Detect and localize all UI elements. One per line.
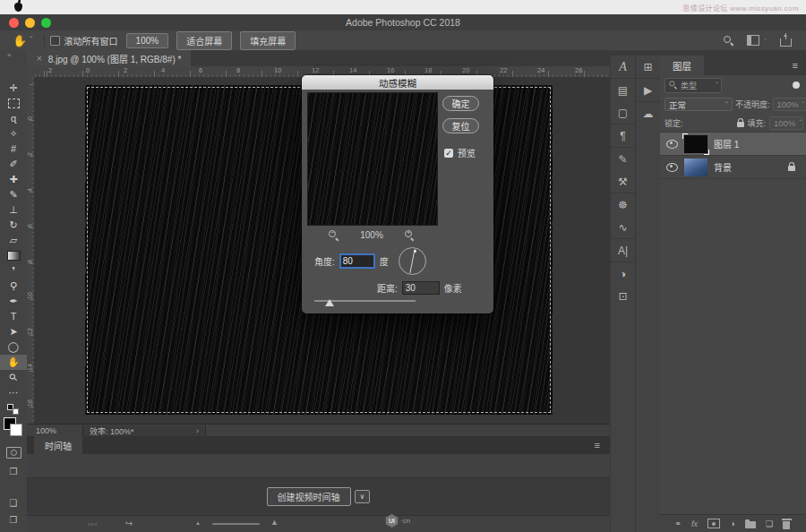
actions-panel-icon[interactable]: ▶ [636,79,660,102]
preview-checkbox[interactable]: ✓ [444,149,453,158]
document-tab[interactable]: × 8.jpg @ 100% (图层 1, RGB/8#) * [27,50,191,66]
fit-screen-button[interactable]: 适合屏幕 [176,31,232,50]
brush-tool[interactable]: ✎ [0,187,27,202]
clone-stamp-tool[interactable]: ⊥ [0,202,27,218]
angle-input[interactable] [339,253,375,269]
status-info-box[interactable]: 效率: 100%* › [82,425,206,437]
paragraph-panel-icon[interactable]: ¶ [611,124,635,148]
color-panel-icon[interactable]: ☸ [611,193,635,216]
spot-healing-brush-tool[interactable]: ✚ [0,172,27,187]
screen-mode-full-icon[interactable]: ❒ [10,515,18,525]
timeline-zoom-slider[interactable] [212,523,260,525]
toolbar-expand-icon[interactable]: » [0,50,11,61]
paths-panel-icon[interactable]: ∿ [611,216,635,239]
ok-button[interactable]: 确定 [442,96,479,111]
ellipse-tool[interactable]: ◯ [0,339,27,355]
link-layers-icon[interactable]: ⚭ [674,519,682,528]
close-document-icon[interactable]: × [37,54,42,64]
lock-all-icon[interactable] [737,122,744,127]
hand-tool-icon[interactable]: ✋ [13,34,27,47]
background-color-swatch[interactable] [10,424,22,436]
hand-tool[interactable]: ✋ [0,355,27,370]
opacity-dropdown[interactable]: 100% [773,98,806,111]
layer-filter-toggle[interactable] [793,82,800,89]
history-brush-tool[interactable]: ↻ [0,218,27,233]
dialog-title[interactable]: 动感模糊 [302,75,493,90]
color-swatches[interactable] [0,417,27,439]
dodge-tool[interactable]: ⚲ [0,279,27,294]
styles-panel-icon[interactable]: ⊡ [611,285,635,307]
layers-tab[interactable]: 图层 [660,56,704,75]
blend-mode-dropdown[interactable]: 正常 [665,98,733,111]
properties-panel-icon[interactable]: ⊞ [636,56,660,79]
slider-thumb[interactable] [325,299,334,306]
timeline-zoom-out-icon[interactable]: ▲ [195,520,201,526]
angle-dial[interactable] [399,247,426,275]
libraries-panel-icon[interactable]: ▢ [611,101,635,124]
swatches-panel-icon[interactable]: ▤ [611,79,635,101]
share-image-icon[interactable] [780,39,792,47]
blur-tool[interactable]: ❜ [0,263,27,279]
timeline-menu-icon[interactable]: ≡ [595,440,600,450]
workspace-switcher-icon[interactable] [747,35,759,46]
背景[interactable]: 背景 [660,156,806,179]
pen-tool[interactable]: ✒ [0,294,27,309]
move-tool[interactable]: ✛ [0,81,27,96]
gradient-tool[interactable] [0,248,27,263]
frames-toggle-icon[interactable]: ▫▫▫ [88,520,99,528]
delete-layer-icon[interactable] [783,521,790,529]
new-layer-icon[interactable]: ❏ [766,519,774,528]
edit-toolbar-button[interactable]: ⋯ [0,385,27,400]
status-zoom-field[interactable]: 100% [36,426,82,435]
character-panel-icon[interactable]: A| [611,239,635,262]
layer-thumbnail[interactable] [684,135,707,153]
lasso-tool[interactable]: ɋ [0,111,27,126]
search-icon[interactable] [724,36,733,46]
timeline-tab[interactable]: 时间轴 [34,436,82,454]
new-adjustment-layer-icon[interactable]: ◑ [730,519,735,528]
swap-colors-icon[interactable] [0,403,27,415]
render-video-icon[interactable]: ↪ [125,519,133,528]
screen-mode-option-icon[interactable]: ❑ [10,498,18,508]
fill-screen-button[interactable]: 填充屏幕 [240,31,296,50]
creative-cloud-icon[interactable]: ☁ [636,102,660,124]
create-timeline-chevron-icon[interactable]: ∨ [355,490,371,503]
screen-mode-button[interactable]: ❐ [10,467,18,476]
tool-presets-panel-icon[interactable]: ⚒ [611,170,635,193]
layer-thumbnail[interactable] [684,159,707,176]
scroll-all-windows-checkbox[interactable] [50,36,60,46]
crop-tool[interactable]: # [0,142,27,157]
distance-slider[interactable] [314,296,416,306]
layer-visibility-eye-icon[interactable] [666,163,678,172]
workspace-chevron-icon[interactable]: ˇ [764,37,767,45]
timeline-zoom-in-icon[interactable]: ▲ [270,518,279,527]
path-selection-tool[interactable]: ➤ [0,324,27,339]
eraser-tool[interactable]: ▱ [0,233,27,248]
quick-selection-tool[interactable]: ✧ [0,126,27,142]
status-chevron-icon[interactable]: › [196,426,199,435]
brush-settings-panel-icon[interactable]: ✎ [611,148,635,170]
blur-preview[interactable] [307,92,438,226]
reset-button[interactable]: 复位 [442,118,479,133]
preview-zoom-in-icon[interactable]: + [405,230,415,240]
glyphs-panel-icon[interactable]: A [611,56,635,79]
layer-filter-type-dropdown[interactable]: 类型 [665,78,722,93]
type-tool[interactable]: T [0,309,27,324]
adjustments-panel-icon[interactable]: ◑ [611,262,635,285]
layer-effects-icon[interactable]: fx [691,519,698,528]
distance-input[interactable] [402,281,440,295]
图层 1[interactable]: 图层 1 [660,133,806,156]
zoom-100-button[interactable]: 100% [126,33,169,48]
new-group-icon[interactable] [745,521,756,528]
apple-menu-icon[interactable] [14,3,22,12]
preview-zoom-out-icon[interactable]: − [329,230,339,240]
zoom-tool[interactable]: ⚲ [0,370,27,385]
quick-mask-mode-button[interactable] [6,447,21,459]
add-layer-mask-icon[interactable] [707,519,720,528]
layers-menu-icon[interactable]: ≡ [793,60,798,71]
rectangular-marquee-tool[interactable] [0,96,27,111]
tool-preset-chevron-icon[interactable]: ˇ [30,36,32,46]
create-video-timeline-button[interactable]: 创建视频时间轴 [267,487,351,506]
layer-visibility-eye-icon[interactable] [666,140,678,149]
fill-dropdown[interactable]: 100% [769,116,803,130]
